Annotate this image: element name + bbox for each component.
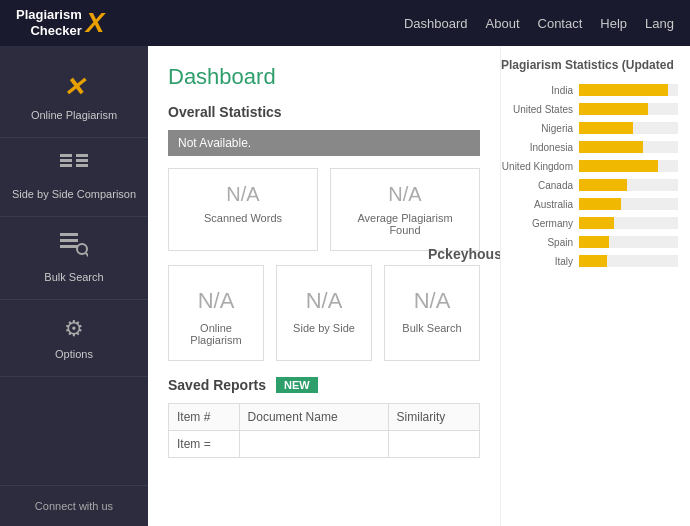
cell-doc [239,431,388,458]
stat-scanned-value: N/A [179,183,307,206]
not-available-bar: Not Available. [168,130,480,156]
stat-online-plagiarism: N/A Online Plagiarism [168,265,264,361]
bar-india: India [501,84,678,96]
bar-indonesia: Indonesia [501,141,678,153]
svg-rect-7 [60,239,78,242]
bar-track-us [579,103,678,115]
bar-fill-germany [579,217,614,229]
stat-bulk-value: N/A [395,288,469,314]
svg-rect-8 [60,245,78,248]
new-badge[interactable]: NEW [276,377,318,393]
stat-scanned-words: N/A Scanned Words [168,168,318,251]
stat-scanned-label: Scanned Words [179,212,307,224]
bar-fill-us [579,103,648,115]
sidebar-item-online-plagiarism[interactable]: ✕ Online Plagiarism [0,56,148,138]
main-content: Pckeyhouse.com Dashboard Overall Statist… [148,46,500,526]
sidebar-item-label-side: Side by Side Comparison [12,188,136,200]
svg-rect-0 [60,154,72,157]
svg-rect-5 [76,164,88,167]
bar-fill-indonesia [579,141,643,153]
sidebar-connect: Connect with us [0,485,148,526]
bar-germany: Germany [501,217,678,229]
col-similarity: Similarity [388,404,479,431]
svg-line-10 [86,253,88,257]
bar-track-italy [579,255,678,267]
stat-avg-value: N/A [341,183,469,206]
col-doc-name: Document Name [239,404,388,431]
svg-rect-1 [60,159,72,162]
header: Plagiarism Checker X Dashboard About Con… [0,0,690,46]
stat-bulk-search: N/A Bulk Search [384,265,480,361]
logo-line1: Plagiarism [16,7,82,23]
bar-track-nigeria [579,122,678,134]
bar-label-india: India [501,85,573,96]
cell-item: Item = [169,431,240,458]
bar-track-india [579,84,678,96]
bar-australia: Australia [501,198,678,210]
bar-spain: Spain [501,236,678,248]
logo: Plagiarism Checker X [16,7,104,39]
nav-dashboard[interactable]: Dashboard [404,16,468,31]
bar-label-italy: Italy [501,256,573,267]
nav-contact[interactable]: Contact [538,16,583,31]
bar-track-canada [579,179,678,191]
bar-label-canada: Canada [501,180,573,191]
sidebar-item-label-online: Online Plagiarism [31,109,117,121]
bar-label-australia: Australia [501,199,573,210]
bar-label-uk: United Kingdom [501,161,573,172]
nav-lang[interactable]: Lang [645,16,674,31]
reports-table: Item # Document Name Similarity Item = [168,403,480,458]
bar-label-germany: Germany [501,218,573,229]
stat-side-by-side: N/A Side by Side [276,265,372,361]
bar-track-indonesia [579,141,678,153]
svg-point-9 [77,244,87,254]
right-panel-title: Plagiarism Statistics (Updated [501,58,678,72]
stat-avg-plagiarism: N/A Average Plagiarism Found [330,168,480,251]
connect-label: Connect with us [35,500,113,512]
sidebar: ✕ Online Plagiarism Side by Side Compari… [0,46,148,526]
bar-fill-nigeria [579,122,633,134]
bar-canada: Canada [501,179,678,191]
logo-line2: Checker [30,23,81,39]
bar-track-spain [579,236,678,248]
right-panel: Plagiarism Statistics (Updated India Uni… [500,46,690,526]
svg-rect-3 [76,154,88,157]
bar-track-uk [579,160,678,172]
table-row: Item = [169,431,480,458]
saved-reports-title: Saved Reports [168,377,266,393]
table-header-row: Item # Document Name Similarity [169,404,480,431]
stats-row-top: N/A Scanned Words N/A Average Plagiarism… [168,168,480,251]
bar-track-australia [579,198,678,210]
bar-fill-spain [579,236,609,248]
bar-fill-australia [579,198,621,210]
logo-x-icon: X [86,7,105,39]
stat-side-label: Side by Side [287,322,361,334]
stat-bulk-label: Bulk Search [395,322,469,334]
bar-fill-uk [579,160,658,172]
side-by-side-icon [60,154,88,182]
sidebar-item-bulk-search[interactable]: Bulk Search [0,217,148,300]
bar-label-nigeria: Nigeria [501,123,573,134]
stats-row-bottom: N/A Online Plagiarism N/A Side by Side N… [168,265,480,361]
stat-avg-label: Average Plagiarism Found [341,212,469,236]
cell-sim [388,431,479,458]
layout: ✕ Online Plagiarism Side by Side Compari… [0,46,690,526]
page-title: Dashboard [168,64,480,90]
stat-side-value: N/A [287,288,361,314]
sidebar-item-side-by-side[interactable]: Side by Side Comparison [0,138,148,217]
bulk-search-icon [60,233,88,265]
svg-rect-6 [60,233,78,236]
bar-us: United States [501,103,678,115]
bar-label-indonesia: Indonesia [501,142,573,153]
bar-fill-india [579,84,668,96]
bar-label-spain: Spain [501,237,573,248]
stat-online-value: N/A [179,288,253,314]
svg-rect-4 [76,159,88,162]
col-item-num: Item # [169,404,240,431]
nav-about[interactable]: About [486,16,520,31]
sidebar-item-label-options: Options [55,348,93,360]
svg-rect-2 [60,164,72,167]
nav-help[interactable]: Help [600,16,627,31]
sidebar-item-options[interactable]: ⚙ Options [0,300,148,377]
bar-label-us: United States [501,104,573,115]
